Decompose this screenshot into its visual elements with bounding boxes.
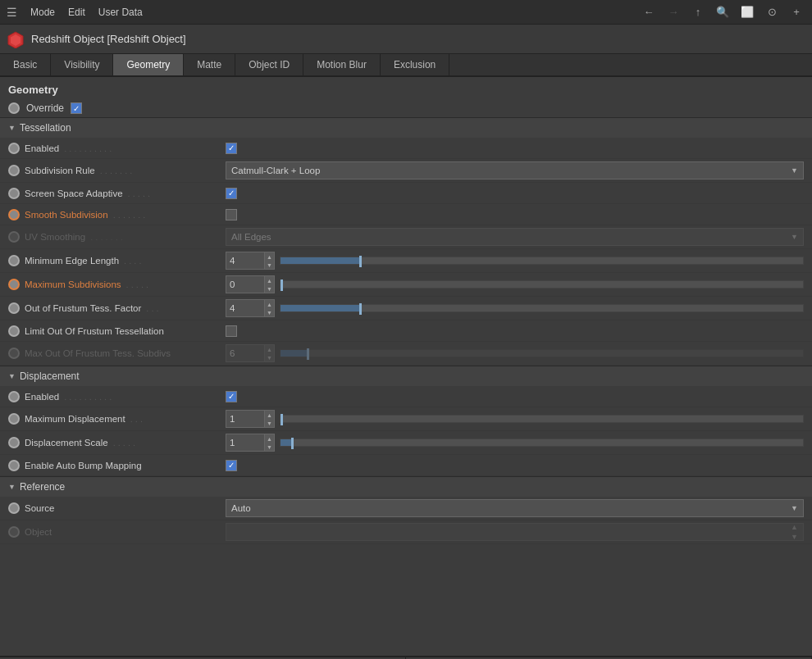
- tess-enabled-radio[interactable]: [8, 143, 20, 154]
- limit-frustum-label: Limit Out Of Frustum Tessellation: [25, 326, 164, 336]
- auto-bump-radio[interactable]: [8, 460, 20, 471]
- max-subdiv-row: Maximum Subdivisions . . . . . 0 ▲ ▼: [0, 273, 812, 297]
- menu-edit[interactable]: Edit: [68, 7, 85, 18]
- override-label: Override: [26, 102, 64, 114]
- smooth-subdivision-label: Smooth Subdivision: [25, 210, 108, 220]
- tessellation-header[interactable]: ▼ Tessellation: [0, 117, 812, 138]
- min-edge-input[interactable]: 4 ▲ ▼: [226, 252, 275, 270]
- max-subdiv-dn[interactable]: ▼: [265, 284, 274, 293]
- search-icon[interactable]: 🔍: [714, 3, 732, 21]
- max-displacement-up[interactable]: ▲: [265, 411, 274, 419]
- section-title: Geometry: [0, 77, 812, 99]
- source-label: Source: [25, 503, 54, 513]
- redshift-object-icon: [7, 30, 25, 48]
- source-radio[interactable]: [8, 502, 20, 514]
- menu-icon[interactable]: ☰: [7, 6, 17, 19]
- tab-exclusion[interactable]: Exclusion: [381, 54, 449, 75]
- max-displacement-input[interactable]: 1 ▲ ▼: [226, 410, 275, 428]
- tab-matte[interactable]: Matte: [184, 54, 235, 75]
- source-dropdown[interactable]: Auto ▼: [226, 499, 804, 517]
- uv-smoothing-radio[interactable]: [8, 231, 20, 243]
- override-row: Override: [0, 99, 812, 117]
- limit-frustum-radio[interactable]: [8, 325, 20, 337]
- displacement-arrow: ▼: [8, 372, 16, 380]
- record-icon[interactable]: ⊙: [763, 3, 781, 21]
- uv-smoothing-arrow: ▼: [791, 233, 798, 241]
- max-frustum-dn[interactable]: ▼: [265, 353, 274, 361]
- max-displacement-slider[interactable]: [280, 415, 804, 423]
- reference-header[interactable]: ▼ Reference: [0, 476, 812, 497]
- disp-scale-input[interactable]: 1 ▲ ▼: [226, 434, 275, 452]
- out-frustum-row: Out of Frustum Tess. Factor . . . 4 ▲ ▼: [0, 297, 812, 320]
- max-frustum-up[interactable]: ▲: [265, 345, 274, 353]
- min-edge-slider[interactable]: [280, 257, 804, 265]
- max-subdiv-input[interactable]: 0 ▲ ▼: [226, 275, 275, 293]
- subdivision-rule-dropdown[interactable]: Catmull-Clark + Loop ▼: [226, 161, 804, 180]
- disp-scale-up[interactable]: ▲: [265, 434, 274, 443]
- tab-basic[interactable]: Basic: [0, 54, 51, 75]
- max-frustum-slider[interactable]: [280, 349, 804, 357]
- displacement-header[interactable]: ▼ Displacement: [0, 366, 812, 386]
- max-subdiv-radio[interactable]: [8, 279, 20, 290]
- disp-scale-dn[interactable]: ▼: [265, 443, 274, 451]
- screen-space-label: Screen Space Adaptive: [25, 189, 123, 198]
- max-displacement-dn[interactable]: ▼: [265, 419, 274, 427]
- disp-scale-label: Displacement Scale: [25, 438, 108, 448]
- max-subdiv-up[interactable]: ▲: [265, 276, 274, 284]
- object-radio[interactable]: [8, 526, 20, 538]
- lock-icon[interactable]: ⬜: [738, 3, 756, 21]
- tess-enabled-row: Enabled . . . . . . . . . .: [0, 138, 812, 159]
- tab-objectid[interactable]: Object ID: [235, 54, 303, 75]
- subdivision-rule-radio[interactable]: [8, 165, 20, 176]
- screen-space-row: Screen Space Adaptive . . . . .: [0, 183, 812, 204]
- out-frustum-input[interactable]: 4 ▲ ▼: [226, 299, 275, 317]
- auto-bump-checkbox[interactable]: [226, 460, 237, 471]
- screen-space-checkbox[interactable]: [226, 188, 237, 199]
- max-frustum-input[interactable]: 6 ▲ ▼: [226, 344, 275, 362]
- menu-mode[interactable]: Mode: [30, 7, 55, 18]
- smooth-subdivision-checkbox[interactable]: [226, 209, 237, 220]
- disp-scale-radio[interactable]: [8, 437, 20, 448]
- main-content: Geometry Override ▼ Tessellation Enabled…: [0, 77, 812, 656]
- max-subdiv-slider[interactable]: [280, 280, 804, 289]
- auto-bump-row: Enable Auto Bump Mapping: [0, 455, 812, 476]
- object-title: Redshift Object [Redshift Object]: [31, 33, 186, 45]
- tab-visibility[interactable]: Visibility: [51, 54, 113, 75]
- smooth-subdivision-radio[interactable]: [8, 209, 20, 220]
- max-frustum-radio[interactable]: [8, 348, 20, 359]
- disp-enabled-checkbox[interactable]: [226, 391, 237, 402]
- min-edge-radio[interactable]: [8, 255, 20, 266]
- uv-smoothing-dropdown[interactable]: All Edges ▼: [226, 228, 804, 246]
- tabs-row: Basic Visibility Geometry Matte Object I…: [0, 54, 812, 77]
- source-row: Source Auto ▼: [0, 497, 812, 520]
- disp-scale-row: Displacement Scale . . . . . 1 ▲ ▼: [0, 431, 812, 455]
- disp-enabled-radio[interactable]: [8, 391, 20, 402]
- tab-motionblur[interactable]: Motion Blur: [303, 54, 381, 75]
- out-frustum-up[interactable]: ▲: [265, 300, 274, 308]
- max-displacement-radio[interactable]: [8, 413, 20, 425]
- out-frustum-radio[interactable]: [8, 302, 20, 314]
- tab-geometry[interactable]: Geometry: [113, 54, 184, 75]
- subdivision-rule-arrow: ▼: [791, 166, 798, 175]
- add-icon[interactable]: +: [787, 3, 805, 21]
- tess-enabled-checkbox[interactable]: [226, 143, 237, 154]
- tessellation-label: Tessellation: [20, 122, 71, 134]
- screen-space-radio[interactable]: [8, 188, 20, 199]
- min-edge-up[interactable]: ▲: [265, 252, 274, 261]
- back-icon[interactable]: ←: [640, 3, 658, 21]
- override-checkbox[interactable]: [71, 102, 82, 114]
- out-frustum-slider[interactable]: [280, 304, 804, 312]
- up-icon[interactable]: ↑: [689, 3, 707, 21]
- disp-enabled-label: Enabled: [25, 392, 59, 402]
- object-dropdown[interactable]: ▲ ▼: [226, 523, 804, 541]
- limit-frustum-row: Limit Out Of Frustum Tessellation: [0, 320, 812, 342]
- out-frustum-dn[interactable]: ▼: [265, 308, 274, 316]
- override-radio[interactable]: [8, 102, 20, 114]
- min-edge-dn[interactable]: ▼: [265, 261, 274, 269]
- limit-frustum-checkbox[interactable]: [226, 325, 237, 337]
- disp-scale-slider[interactable]: [280, 439, 804, 447]
- auto-bump-label: Enable Auto Bump Mapping: [25, 461, 142, 470]
- tess-enabled-label: Enabled: [25, 143, 59, 153]
- reference-label: Reference: [20, 481, 65, 493]
- menu-userdata[interactable]: User Data: [98, 7, 143, 18]
